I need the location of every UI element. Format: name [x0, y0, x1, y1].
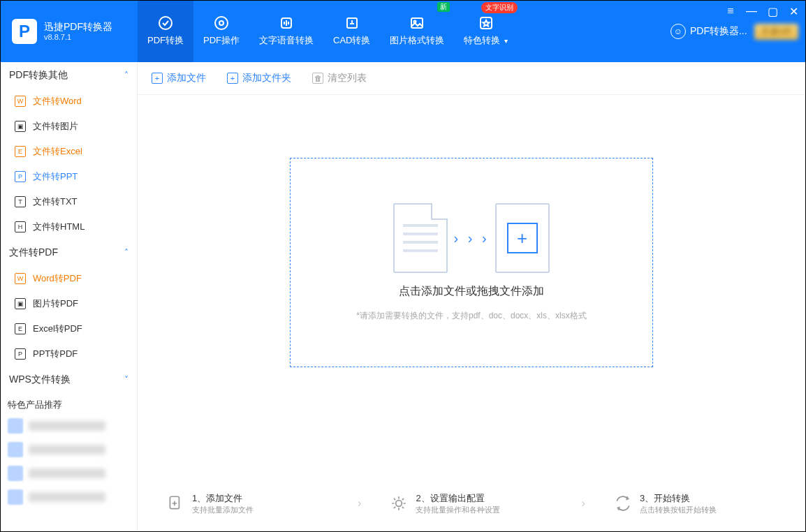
- drop-zone[interactable]: › › › + 点击添加文件或拖拽文件添加 *请添加需要转换的文件，支持pdf、…: [290, 158, 653, 367]
- sidebar-item[interactable]: ▣文件转图片: [1, 114, 137, 139]
- promo-item[interactable]: [1, 461, 137, 485]
- chevron-up-icon: ˄: [124, 71, 129, 80]
- file-type-icon: P: [15, 348, 26, 360]
- clear-list-button[interactable]: 🗑 清空列表: [312, 72, 367, 84]
- sidebar-item[interactable]: PPPT转PDF: [1, 341, 137, 367]
- file-type-icon: T: [15, 196, 26, 207]
- plus-folder-icon: +: [227, 73, 238, 84]
- main-panel: + 添加文件 + 添加文件夹 🗑 清空列表 › › › +: [138, 62, 805, 531]
- app-logo-icon: P: [12, 19, 37, 44]
- convert-icon: [157, 15, 174, 31]
- sidebar-item[interactable]: P文件转PPT: [1, 164, 137, 189]
- tab-gear[interactable]: PDF操作: [193, 1, 249, 62]
- svg-point-2: [219, 21, 224, 25]
- file-type-icon: ▣: [15, 298, 26, 309]
- gear-icon: [213, 15, 230, 31]
- file-type-icon: E: [15, 323, 26, 334]
- chevron-up-icon: ˄: [124, 248, 129, 258]
- sidebar-group-head[interactable]: PDF转换其他˄: [1, 62, 137, 89]
- promo-title: 特色产品推荐: [1, 393, 137, 414]
- promo-thumb-icon: [8, 418, 23, 434]
- file-type-icon: W: [15, 96, 26, 107]
- svg-rect-5: [411, 18, 423, 28]
- file-type-icon: P: [15, 171, 26, 182]
- svg-point-1: [215, 17, 228, 29]
- file-type-icon: E: [15, 146, 26, 157]
- add-folder-button[interactable]: + 添加文件夹: [227, 72, 291, 84]
- plus-file-icon: +: [152, 73, 163, 84]
- promo-item[interactable]: [1, 414, 137, 438]
- step: 1、添加文件支持批量添加文件: [166, 493, 330, 515]
- tab-image[interactable]: 图片格式转换新: [380, 1, 454, 62]
- toolbar: + 添加文件 + 添加文件夹 🗑 清空列表: [138, 62, 805, 95]
- sidebar: PDF转换其他˄W文件转Word▣文件转图片E文件转ExcelP文件转PPTT文…: [1, 62, 138, 531]
- chevron-right-icon: ›: [582, 497, 585, 510]
- svg-point-9: [396, 501, 402, 507]
- user-icon: ☺: [671, 24, 686, 39]
- drop-title: 点击添加文件或拖拽文件添加: [399, 284, 544, 299]
- image-icon: [409, 15, 425, 31]
- promo-item[interactable]: [1, 438, 137, 461]
- file-type-icon: ▣: [15, 121, 26, 132]
- sidebar-item[interactable]: T文件转TXT: [1, 189, 137, 214]
- audio-icon: [278, 15, 295, 31]
- sidebar-group-head[interactable]: WPS文件转换˅: [1, 367, 137, 393]
- file-type-icon: H: [15, 221, 26, 232]
- promo-thumb-icon: [8, 489, 23, 505]
- svg-point-0: [159, 17, 172, 29]
- add-file-button[interactable]: + 添加文件: [152, 72, 206, 84]
- tab-star[interactable]: 特色转换 ▾文字识别: [454, 1, 518, 62]
- user-label: PDF转换器...: [690, 25, 747, 38]
- cad-icon: [344, 15, 360, 31]
- sidebar-item[interactable]: ▣图片转PDF: [1, 291, 137, 316]
- user-account[interactable]: ☺ PDF转换器...: [671, 24, 747, 39]
- step-icon: [613, 494, 633, 513]
- sidebar-item[interactable]: W文件转Word: [1, 89, 137, 114]
- sidebar-item[interactable]: EExcel转PDF: [1, 316, 137, 341]
- tab-cad[interactable]: CAD转换: [323, 1, 380, 62]
- star-icon: [478, 15, 494, 31]
- sidebar-group-head[interactable]: 文件转PDF˄: [1, 239, 137, 266]
- chevron-right-icon: ›: [358, 497, 361, 510]
- tab-audio[interactable]: 文字语音转换: [249, 1, 323, 62]
- sidebar-item[interactable]: H文件转HTML: [1, 214, 137, 239]
- sidebar-item[interactable]: E文件转Excel: [1, 139, 137, 164]
- chevron-down-icon: ˅: [124, 375, 129, 385]
- app-version: v8.8.7.1: [44, 33, 112, 42]
- promo-thumb-icon: [8, 442, 23, 457]
- badge-new: 新: [437, 2, 450, 12]
- app-title: 迅捷PDF转换器: [44, 21, 112, 33]
- step-icon: [389, 494, 409, 513]
- drop-illustration: › › › +: [393, 203, 549, 273]
- tab-convert[interactable]: PDF转换: [138, 1, 193, 62]
- step-icon: [166, 494, 185, 513]
- drop-subtitle: *请添加需要转换的文件，支持pdf、doc、docx、xls、xlsx格式: [356, 310, 586, 322]
- minimize-button[interactable]: —: [745, 5, 758, 17]
- app-header: P 迅捷PDF转换器 v8.8.7.1 PDF转换PDF操作文字语音转换CAD转…: [1, 1, 805, 62]
- document-icon: [393, 203, 448, 273]
- maximize-button[interactable]: ▢: [766, 5, 779, 17]
- promo-thumb-icon: [8, 466, 23, 481]
- trash-icon: 🗑: [312, 73, 323, 84]
- add-target-icon: +: [495, 203, 550, 273]
- brand: P 迅捷PDF转换器 v8.8.7.1: [1, 1, 138, 62]
- close-button[interactable]: ✕: [787, 5, 800, 17]
- vip-button[interactable]: 开通VIP: [754, 24, 798, 40]
- step: 2、设置输出配置支持批量操作和各种设置: [389, 493, 553, 515]
- steps-bar: 1、添加文件支持批量添加文件›2、设置输出配置支持批量操作和各种设置›3、开始转…: [138, 479, 805, 531]
- badge-text-recognition: 文字识别: [481, 2, 518, 13]
- menu-icon[interactable]: ≡: [724, 5, 737, 17]
- promo-item[interactable]: [1, 485, 137, 509]
- file-type-icon: W: [15, 273, 26, 284]
- arrow-right-icon: › › ›: [453, 230, 489, 246]
- step: 3、开始转换点击转换按钮开始转换: [613, 493, 777, 515]
- sidebar-item[interactable]: WWord转PDF: [1, 266, 137, 291]
